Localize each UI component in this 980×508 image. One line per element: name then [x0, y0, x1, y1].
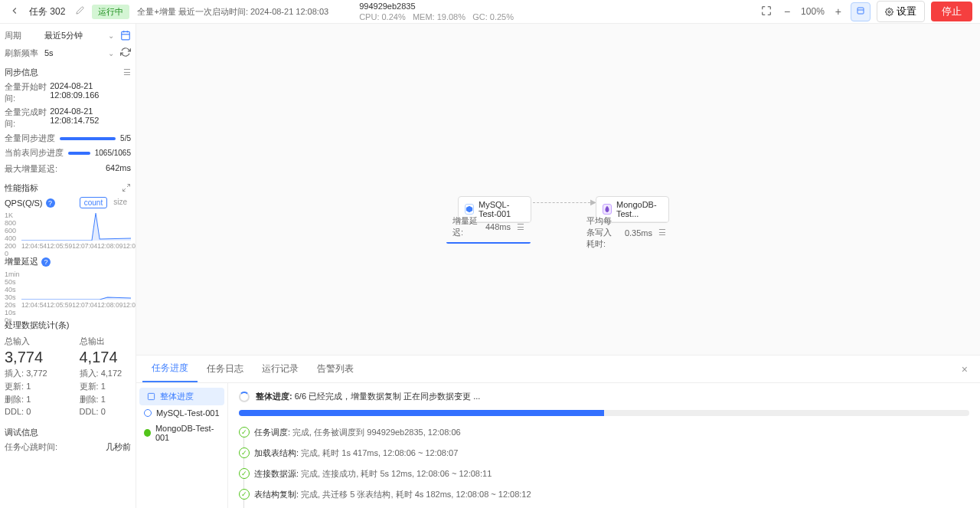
menu-icon[interactable]: ☰: [123, 67, 131, 77]
qps-label: QPS(Q/S): [5, 198, 43, 208]
zoom-level: 100%: [801, 6, 825, 17]
svg-rect-11: [148, 393, 154, 399]
svg-line-8: [123, 188, 126, 192]
step-status-icon: ✓: [239, 489, 250, 500]
spinner-icon: [239, 392, 250, 402]
zoom-out-button[interactable]: −: [781, 5, 793, 18]
total-input: 3,774: [5, 349, 57, 366]
status-badge: 运行中: [92, 5, 129, 19]
delay-chart: 1min50s40s30s20s10s0s 12:04:5412:05:5912…: [5, 270, 131, 309]
qps-chart: 1K8006004002000 12:04:5412:05:5912:07:04…: [5, 211, 131, 250]
menu-icon[interactable]: ☰: [658, 228, 666, 238]
panel-item-overall[interactable]: 整体进度: [139, 388, 224, 405]
debug-title: 调试信息: [5, 427, 38, 438]
back-button[interactable]: [8, 4, 21, 20]
mode-text: 全量+增量 最近一次启动时间: 2024-08-21 12:08:03: [137, 6, 328, 18]
total-output: 4,174: [80, 349, 132, 366]
expand-icon[interactable]: [122, 183, 131, 194]
step-status-icon: ✓: [239, 468, 250, 479]
tab-logs[interactable]: 任务日志: [198, 356, 253, 382]
sync-info-title: 同步信息: [5, 67, 38, 78]
svg-marker-9: [21, 213, 131, 241]
step-status-icon: ✓: [239, 447, 250, 458]
panel-item-source[interactable]: MySQL-Test-001: [136, 405, 227, 421]
overall-progress-bar: [239, 410, 969, 416]
mongo-dot-icon: [144, 429, 151, 437]
count-badge[interactable]: count: [80, 197, 107, 208]
tab-alerts[interactable]: 告警列表: [308, 356, 363, 382]
refresh-label: 刷新频率: [5, 48, 38, 59]
resource-info: 994929eb2835 CPU: 0.24% MEM: 19.08% GC: …: [359, 2, 514, 21]
zoom-in-button[interactable]: +: [832, 5, 844, 18]
settings-button[interactable]: 设置: [877, 1, 925, 22]
source-metrics: 增量延迟: 448ms☰: [446, 211, 531, 244]
target-metrics: 平均每条写入耗时: 0.35ms☰: [580, 211, 672, 254]
help-icon[interactable]: ?: [46, 198, 55, 208]
svg-rect-3: [122, 31, 130, 40]
tab-history[interactable]: 运行记录: [253, 356, 308, 382]
close-icon[interactable]: ×: [956, 360, 974, 379]
panel-item-target[interactable]: MongoDB-Test-001: [136, 421, 227, 445]
svg-rect-0: [858, 8, 864, 14]
refresh-select[interactable]: 5s⌄: [43, 47, 116, 59]
svg-point-2: [888, 11, 890, 13]
delay-label: 增量延迟: [5, 256, 38, 267]
calendar-icon[interactable]: [120, 30, 131, 42]
task-title: 任务 302: [29, 5, 65, 18]
table-progress-bar: [68, 152, 90, 155]
refresh-icon[interactable]: [120, 47, 131, 59]
stop-button[interactable]: 停止: [931, 2, 972, 21]
perf-title: 性能指标: [5, 182, 38, 194]
full-progress-bar: [60, 137, 116, 140]
view-mode-button[interactable]: [851, 2, 871, 21]
svg-line-7: [127, 184, 130, 187]
edit-icon[interactable]: [76, 6, 84, 17]
step-status-icon: ✓: [239, 427, 250, 438]
tab-progress[interactable]: 任务进度: [142, 356, 198, 382]
help-icon[interactable]: ?: [41, 257, 51, 267]
bottom-panel: 任务进度 任务日志 运行记录 告警列表 × 整体进度 MySQL-Test-00…: [136, 355, 980, 508]
period-select[interactable]: 最近5分钟⌄: [43, 28, 116, 43]
size-badge[interactable]: size: [109, 197, 131, 208]
menu-icon[interactable]: ☰: [517, 222, 524, 232]
fit-screen-icon[interactable]: [758, 5, 775, 18]
period-label: 周期: [5, 30, 38, 41]
mysql-dot-icon: [144, 409, 152, 417]
